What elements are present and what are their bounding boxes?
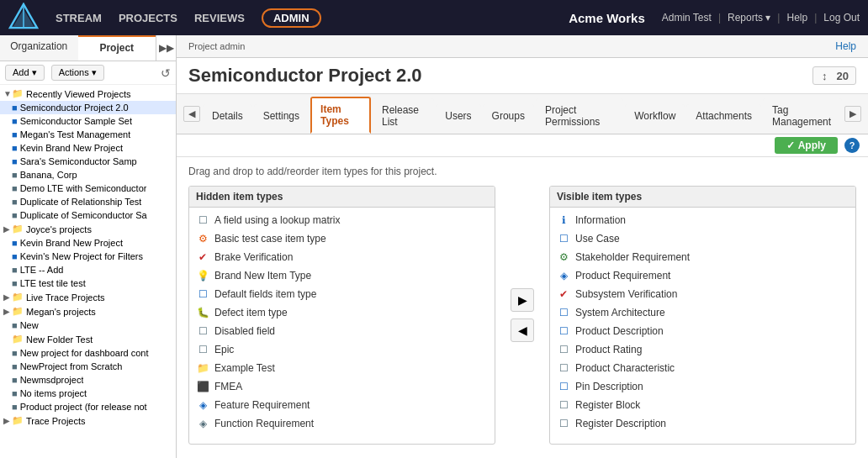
list-item[interactable]: ☐ Default fields item type xyxy=(189,285,495,303)
refresh-icon[interactable]: ↺ xyxy=(161,66,171,80)
list-item[interactable]: ☐ Register Description xyxy=(550,414,855,433)
tree-item-product-project[interactable]: ■ Product project (for release not xyxy=(0,400,176,413)
add-button[interactable]: Add ▾ xyxy=(5,65,45,81)
tab-scroll-left[interactable]: ◀ xyxy=(183,106,200,122)
nav-admin[interactable]: ADMIN xyxy=(262,8,321,28)
list-item[interactable]: 💡 Brand New Item Type xyxy=(189,266,495,285)
tab-tag-management[interactable]: Tag Management xyxy=(763,98,842,133)
list-item[interactable]: ◈ Function Requirement xyxy=(189,414,495,433)
tree-item-live-trace[interactable]: ▶ 📁 Live Trace Projects xyxy=(0,290,176,304)
tab-scroll-right[interactable]: ▶ xyxy=(844,106,861,122)
actions-button[interactable]: Actions ▾ xyxy=(51,65,104,81)
tree-toggle[interactable]: ▼ xyxy=(3,89,12,98)
logout-link[interactable]: Log Out xyxy=(823,12,860,24)
nav-stream[interactable]: STREAM xyxy=(56,12,102,24)
tree-item-megan-projects[interactable]: ▶ 📁 Megan's projects xyxy=(0,304,176,318)
apply-button[interactable]: ✓ Apply xyxy=(775,137,838,154)
list-item[interactable]: ☐ Product Characteristic xyxy=(550,359,855,377)
tree-item-new-folder[interactable]: 📁 New Folder Test xyxy=(0,332,176,346)
nav-reviews[interactable]: REVIEWS xyxy=(194,12,245,24)
tree-toggle[interactable]: ▶ xyxy=(3,307,12,316)
sidebar-tabs: Organization Project ▶▶ xyxy=(0,35,176,61)
reports-link[interactable]: Reports ▾ xyxy=(728,12,770,24)
tab-organization[interactable]: Organization xyxy=(0,35,78,61)
list-item[interactable]: ☐ System Architecture xyxy=(550,303,855,322)
tree-item-dup-semi[interactable]: ■ Duplicate of Semiconductor Sa xyxy=(0,208,176,222)
tab-settings[interactable]: Settings xyxy=(254,104,309,127)
tree-item-megan[interactable]: ■ Megan's Test Management xyxy=(0,128,176,141)
transfer-right-btn[interactable]: ▶ xyxy=(511,288,534,312)
tree-item-new[interactable]: ■ New xyxy=(0,318,176,332)
list-item[interactable]: ☐ A field using a lookup matrix xyxy=(189,211,495,229)
tree-item-semiconductor-sample[interactable]: ■ Semiconductor Sample Set xyxy=(0,114,176,128)
tree-item-trace-projects[interactable]: ▶ 📁 Trace Projects xyxy=(0,413,176,428)
tree-toggle[interactable]: ▶ xyxy=(3,224,12,234)
item-type-label: Use Case xyxy=(575,233,620,245)
list-item[interactable]: 📁 Example Test xyxy=(189,359,495,377)
tab-item-types[interactable]: Item Types xyxy=(310,97,371,134)
folder-icon: 📁 xyxy=(12,415,24,426)
transfer-left-btn[interactable]: ◀ xyxy=(511,318,534,342)
tree-item-new-dashboard[interactable]: ■ New project for dashboard cont xyxy=(0,346,176,360)
help-icon[interactable]: ? xyxy=(844,138,860,153)
tree-item-recently-viewed[interactable]: ▼ 📁 Recently Viewed Projects xyxy=(0,87,176,101)
tab-workflow[interactable]: Workflow xyxy=(625,104,685,127)
tree-item-semiconductor-2[interactable]: ■ Semiconductor Project 2.0 xyxy=(0,101,176,114)
tree-item-kevin-brand-new[interactable]: ■ Kevin Brand New Project xyxy=(0,141,176,155)
tree-item-demo-lte[interactable]: ■ Demo LTE with Semiconductor xyxy=(0,182,176,195)
help-link-content[interactable]: Help xyxy=(835,40,856,52)
tree-item-banana[interactable]: ■ Banana, Corp xyxy=(0,168,176,182)
item-type-label: Information xyxy=(575,214,626,226)
tab-attachments[interactable]: Attachments xyxy=(686,104,761,127)
tree-item-newproject-scratch[interactable]: ■ NewProject from Scratch xyxy=(0,360,176,373)
list-item[interactable]: ☐ Disabled field xyxy=(189,322,495,340)
tree-item-kevin-brand2[interactable]: ■ Kevin Brand New Project xyxy=(0,236,176,250)
list-item[interactable]: ◈ Feature Requirement xyxy=(189,396,495,414)
item-type-icon: ✔ xyxy=(557,287,570,301)
list-item[interactable]: ℹ Information xyxy=(550,211,855,229)
item-type-label: Epic xyxy=(214,344,234,355)
tree-item-joyce[interactable]: ▶ 📁 Joyce's projects xyxy=(0,222,176,236)
tab-release-list[interactable]: Release List xyxy=(373,98,434,133)
tab-users[interactable]: Users xyxy=(436,104,480,127)
list-item[interactable]: ☐ Product Description xyxy=(550,322,855,340)
tree-item-newmsd[interactable]: ■ Newmsdproject xyxy=(0,373,176,387)
tree-item-no-items[interactable]: ■ No items project xyxy=(0,387,176,400)
tree-toggle[interactable]: ▶ xyxy=(3,292,12,302)
list-item[interactable]: ✔ Brake Verification xyxy=(189,248,495,266)
hidden-column-list: ☐ A field using a lookup matrix ⚙ Basic … xyxy=(189,208,495,444)
help-link-nav[interactable]: Help xyxy=(786,12,807,24)
tree-item-lte-test[interactable]: ■ LTE test tile test xyxy=(0,276,176,290)
list-item[interactable]: ☐ Use Case xyxy=(550,229,855,248)
tree-item-dup-rel[interactable]: ■ Duplicate of Relationship Test xyxy=(0,195,176,208)
list-item[interactable]: ☐ Register Block xyxy=(550,396,855,414)
list-item[interactable]: ☐ Product Rating xyxy=(550,340,855,359)
project-icon: ■ xyxy=(12,183,18,193)
nav-projects[interactable]: PROJECTS xyxy=(119,12,177,24)
item-type-icon: 💡 xyxy=(196,269,209,282)
tab-project[interactable]: Project xyxy=(78,35,156,61)
item-type-icon: ✔ xyxy=(196,250,209,264)
list-item[interactable]: ◈ Product Requirement xyxy=(550,266,855,285)
tree-item-lte-add[interactable]: ■ LTE -- Add xyxy=(0,263,176,276)
tree-label: Kevin Brand New Project xyxy=(20,143,123,153)
tree-toggle[interactable]: ▶ xyxy=(3,416,12,425)
tree-item-kevin-filters[interactable]: ■ Kevin's New Project for Filters xyxy=(0,250,176,263)
list-item[interactable]: ⚙ Stakeholder Requirement xyxy=(550,248,855,266)
user-name[interactable]: Admin Test xyxy=(662,12,712,24)
tab-groups[interactable]: Groups xyxy=(483,104,534,127)
app-logo[interactable] xyxy=(8,3,39,33)
list-item[interactable]: ☐ Epic xyxy=(189,340,495,359)
list-item[interactable]: ☐ Pin Description xyxy=(550,377,855,396)
tab-project-permissions[interactable]: Project Permissions xyxy=(536,98,623,133)
content-title-bar: Semiconductor Project 2.0 ↕ 20 xyxy=(177,58,868,94)
tree-item-sara[interactable]: ■ Sara's Semiconductor Samp xyxy=(0,155,176,168)
item-type-icon: 📁 xyxy=(196,361,209,375)
tab-details[interactable]: Details xyxy=(203,104,252,127)
item-type-icon: ◈ xyxy=(557,269,570,282)
list-item[interactable]: 🐛 Defect item type xyxy=(189,303,495,322)
sidebar-collapse-btn[interactable]: ▶▶ xyxy=(156,35,176,61)
list-item[interactable]: ✔ Subsystem Verification xyxy=(550,285,855,303)
list-item[interactable]: ⬛ FMEA xyxy=(189,377,495,396)
list-item[interactable]: ⚙ Basic test case item type xyxy=(189,229,495,248)
